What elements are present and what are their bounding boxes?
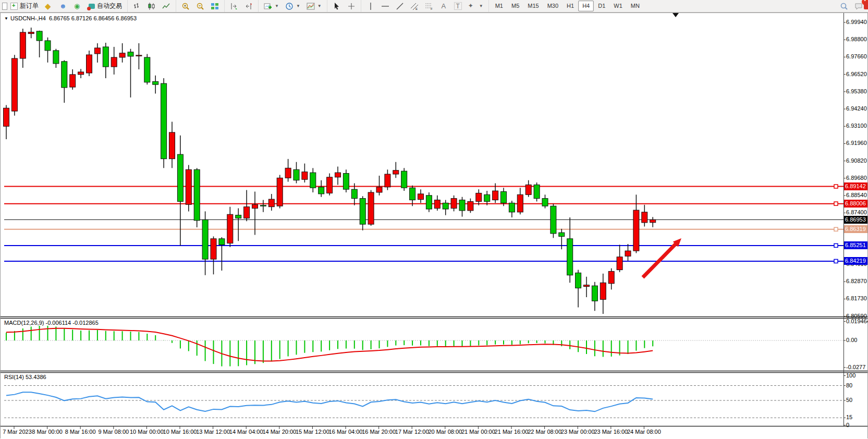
price-tick-label: 6.82870 (846, 278, 867, 284)
price-tick-label: 6.89680 (846, 175, 867, 181)
time-axis-label: 10 Mar 00:00 (130, 429, 164, 435)
horizontal-line-button[interactable] (378, 0, 393, 12)
profile-button[interactable]: ☻ (56, 0, 71, 12)
rsi-tick-label: 0 (846, 422, 849, 428)
time-axis-label: 24 Mar 08:00 (627, 429, 661, 435)
shift-end-icon (244, 2, 253, 10)
time-axis-label: 23 Mar 16:00 (594, 429, 628, 435)
price-tick-label: 6.94240 (846, 105, 867, 112)
chart-shift-button[interactable] (241, 0, 256, 12)
timeframe-m5[interactable]: M5 (507, 1, 523, 11)
line-chart-icon (162, 2, 170, 10)
timeframe-m30[interactable]: M30 (543, 1, 563, 11)
time-axis-label: 23 Mar 00:00 (561, 429, 595, 435)
price-tick-label: 6.88540 (846, 192, 867, 198)
arrows-button[interactable]: ✦ ▼ (465, 0, 486, 12)
price-tick-label: 6.96520 (846, 71, 867, 77)
chart-canvas[interactable] (0, 0, 868, 439)
text-button[interactable]: A (436, 0, 451, 12)
timeframe-m1[interactable]: M1 (491, 1, 507, 11)
text-icon: A (439, 2, 448, 10)
zoom-out-button[interactable] (193, 0, 207, 12)
new-order-label: 新订单 (20, 2, 39, 10)
cursor-button[interactable] (329, 0, 344, 12)
timeframe-h1[interactable]: H1 (563, 1, 578, 11)
rsi-tick-label: 80 (846, 382, 852, 388)
fibonacci-button[interactable]: F (422, 0, 436, 12)
trend-arrow[interactable] (643, 238, 681, 277)
rsi-tick-label: 100 (846, 372, 855, 379)
price-tick-label: 6.87400 (846, 209, 867, 215)
new-order-button[interactable]: + 新订单 (7, 0, 42, 12)
zoom-in-button[interactable] (178, 0, 193, 12)
channel-button[interactable]: E (407, 0, 422, 12)
trendline-button[interactable] (393, 0, 407, 12)
crosshair-icon (347, 2, 356, 10)
trendline-icon (396, 2, 404, 10)
candles (4, 28, 656, 314)
chart-ohlc: 6.86765 6.87126 6.86456 6.86953 (49, 15, 137, 21)
rsi-level-lines (4, 386, 843, 418)
gold-diamond-icon: ◆ (45, 2, 53, 10)
market-watch-button[interactable]: ◆ (42, 0, 56, 12)
time-axis-label: 13 Mar 12:00 (196, 429, 230, 435)
profile-icon: ☻ (59, 2, 68, 10)
object-marker-icon[interactable] (673, 13, 679, 17)
level-price-badge: 6.89142 (844, 182, 867, 190)
timeframe-mn[interactable]: MN (627, 1, 644, 11)
period-button[interactable]: ▼ (282, 0, 303, 12)
macd-histogram (6, 326, 653, 367)
bar-chart-button[interactable] (130, 0, 144, 12)
level-handle[interactable] (834, 227, 838, 231)
timeframe-group: M1M5M15M30H1H4D1W1MN (488, 0, 646, 12)
search-button[interactable] (837, 0, 851, 12)
line-chart-button[interactable] (159, 0, 174, 12)
chart-title: ▼USDCNH-,H4 6.86765 6.87126 6.86456 6.86… (4, 15, 137, 21)
zoom-out-icon (196, 2, 204, 10)
crosshair-button[interactable] (344, 0, 359, 12)
time-axis-label: 21 Mar 16:00 (495, 429, 529, 435)
label-button[interactable]: T (451, 0, 465, 12)
tile-windows-icon (211, 2, 219, 10)
candlestick-chart-icon (148, 2, 156, 10)
new-chart-button[interactable]: ▼ (261, 0, 282, 12)
price-tick-label: 6.90820 (846, 157, 867, 164)
chevron-down-icon: ▼ (296, 4, 300, 8)
price-tick-label: 6.93100 (846, 123, 867, 129)
zoom-in-icon (181, 2, 190, 10)
level-handle[interactable] (834, 185, 838, 188)
time-axis-label: 9 Mar 08:00 (98, 429, 129, 435)
shift-chart-icon (230, 2, 238, 10)
time-axis-label: 16 Mar 20:00 (362, 429, 396, 435)
timeframe-d1[interactable]: D1 (594, 1, 609, 11)
timeframe-m15[interactable]: M15 (523, 1, 543, 11)
arrows-icon: ✦ (468, 2, 476, 10)
level-handle[interactable] (834, 243, 838, 247)
vertical-line-icon (366, 2, 375, 10)
template-button[interactable]: ▼ (303, 0, 325, 12)
timeframe-h4[interactable]: H4 (578, 1, 594, 11)
tile-windows-button[interactable] (207, 0, 222, 12)
time-axis-label: 17 Mar 12:00 (395, 429, 429, 435)
level-handle[interactable] (834, 202, 838, 205)
period-clock-icon (285, 2, 294, 10)
symbol-dropdown-icon[interactable]: ▼ (4, 16, 8, 21)
rsi-title: RSI(14) 53.4386 (4, 374, 46, 380)
fibonacci-icon: F (425, 2, 433, 10)
search-icon (840, 2, 848, 10)
timeframe-w1[interactable]: W1 (609, 1, 627, 11)
vertical-line-button[interactable] (363, 0, 378, 12)
level-handle[interactable] (834, 259, 838, 263)
cursor-icon (333, 2, 341, 10)
chevron-down-icon: ▼ (275, 4, 279, 8)
auto-trading-button[interactable]: 自动交易 (85, 0, 125, 12)
new-chart-icon (264, 2, 272, 10)
candlestick-chart-button[interactable] (144, 0, 159, 12)
price-tick-label: 6.95380 (846, 88, 867, 94)
price-tick-label: 6.97660 (846, 53, 867, 59)
signal-button[interactable]: ◉ (71, 0, 85, 12)
bar-chart-icon (133, 2, 141, 10)
time-axis-label: 14 Mar 20:00 (262, 429, 296, 435)
auto-scroll-button[interactable] (227, 0, 241, 12)
price-tick-label: 6.99940 (846, 19, 867, 25)
